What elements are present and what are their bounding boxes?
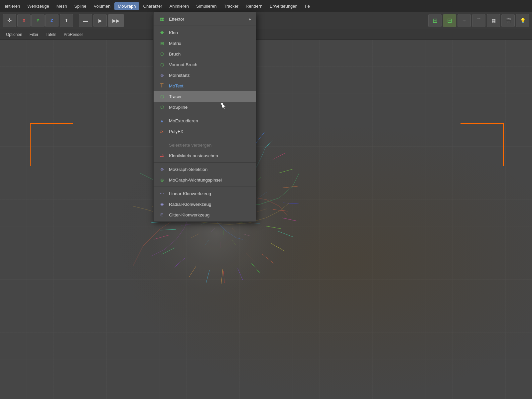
linear-klon-label: Linear-Klonwerkzeug (169, 191, 211, 196)
moextrudieren-label: MoExtrudieren (169, 118, 198, 123)
toolbar-spline[interactable]: ⌒ (472, 14, 485, 27)
selektierte-label: Selektierte verbergen (169, 143, 211, 148)
menu-erweiterungen[interactable]: Erweiterungen (266, 2, 301, 10)
dropdown-mograph-selektion[interactable]: ⊛ MoGraph-Selektion (154, 164, 256, 175)
mograph-dropdown: ▦ Effektor ▶ ❖ Klon ⊞ Matrix ⬡ Bruch ⬡ V… (153, 12, 256, 222)
toolbar-render-region[interactable]: ▬ (79, 14, 92, 27)
polyfx-icon: fx (158, 128, 166, 135)
3d-viewport[interactable] (0, 40, 532, 399)
sec-filter[interactable]: Filter (26, 31, 42, 38)
sep-2 (154, 114, 256, 114)
voronoi-label: Voronoi-Bruch (169, 62, 198, 67)
motext-icon: T (158, 82, 166, 89)
dropdown-matrix[interactable]: ⊞ Matrix (154, 38, 256, 49)
svg-line-6 (263, 140, 273, 150)
toolbar-cloner-icon[interactable]: ⊞ (428, 14, 442, 27)
toolbar-render-active[interactable]: ▶ (93, 14, 107, 27)
svg-line-7 (273, 153, 285, 160)
mospline-label: MoSpline (169, 105, 188, 110)
toolbar-z[interactable]: Z (45, 14, 59, 27)
effektor-label: Effektor (169, 17, 184, 22)
dropdown-bruch[interactable]: ⬡ Bruch (154, 49, 256, 59)
klon-swap-icon: ⇄ (158, 152, 166, 159)
svg-line-29 (256, 132, 264, 143)
mospline-icon: ⬡ (158, 103, 166, 111)
radial-klon-label: Radial-Klonwerkzeug (169, 202, 211, 207)
dropdown-polyfx[interactable]: fx PolyFX (154, 126, 256, 137)
gitter-klon-icon: ⊞ (158, 211, 166, 218)
selektierte-icon (158, 141, 166, 149)
klon-icon: ❖ (158, 29, 166, 36)
axis-corner-right (461, 123, 504, 166)
dropdown-selektierte: Selektierte verbergen (154, 140, 256, 150)
menu-tracker[interactable]: Tracker (221, 2, 242, 10)
dropdown-mospline[interactable]: ⬡ MoSpline (154, 102, 256, 112)
menu-mograph[interactable]: MoGraph (114, 2, 139, 10)
dropdown-linear-klon[interactable]: ⋯ Linear-Klonwerkzeug (154, 188, 256, 199)
menu-werkzeuge[interactable]: Werkzeuge (24, 2, 53, 10)
toolbar-camera[interactable]: 🎬 (501, 14, 515, 27)
toolbar-y[interactable]: Y (31, 14, 45, 27)
dropdown-voronoi[interactable]: ⬡ Voronoi-Bruch (154, 59, 256, 70)
sec-prorender[interactable]: ProRender (60, 31, 86, 38)
dropdown-klon[interactable]: ❖ Klon (154, 27, 256, 38)
tracer-label: Tracer (169, 94, 182, 99)
menu-volumen[interactable]: Volumen (90, 2, 114, 10)
klon-label: Klon (169, 30, 178, 35)
secondary-bar: Optionen Filter Tafeln ProRender (0, 29, 532, 40)
menu-simulieren[interactable]: Simulieren (193, 2, 220, 10)
sec-optionen[interactable]: Optionen (3, 31, 26, 38)
menu-rendern[interactable]: Rendern (242, 2, 266, 10)
toolbar-grid[interactable]: ▦ (487, 14, 500, 27)
effektor-arrow: ▶ (249, 17, 251, 21)
linear-klon-icon: ⋯ (158, 190, 166, 197)
motext-label: MoText (169, 83, 184, 88)
toolbar-transform[interactable]: ⬆ (60, 14, 73, 27)
bruch-icon: ⬡ (158, 50, 166, 58)
bruch-label: Bruch (169, 52, 181, 57)
toolbar-separator-1 (76, 15, 76, 27)
menu-charakter[interactable]: Charakter (140, 2, 166, 10)
dropdown-gitter-klon[interactable]: ⊞ Gitter-Klonwerkzeug (154, 209, 256, 220)
mograph-wichtung-label: MoGraph-Wichtungspinsel (169, 178, 222, 183)
toolbar-cloner-grid[interactable]: ⊟ (443, 14, 456, 27)
matrix-icon: ⊞ (158, 40, 166, 47)
toolbar-light[interactable]: 💡 (516, 14, 529, 27)
menu-mesh[interactable]: Mesh (53, 2, 70, 10)
sec-tafeln[interactable]: Tafeln (42, 31, 60, 38)
radial-klon-icon: ◉ (158, 200, 166, 208)
moinstanz-icon: ⊛ (158, 71, 166, 79)
dropdown-moextrudieren[interactable]: ▲ MoExtrudieren (154, 115, 256, 126)
toolbar-move[interactable]: ✛ (3, 14, 16, 27)
effektor-icon: ▦ (158, 15, 166, 23)
dropdown-moinstanz[interactable]: ⊛ MoInstanz (154, 70, 256, 80)
menu-animieren[interactable]: Animieren (166, 2, 193, 10)
moextrudieren-icon: ▲ (158, 117, 166, 124)
gitter-klon-label: Gitter-Klonwerkzeug (169, 212, 209, 217)
menu-spline[interactable]: Spline (71, 2, 90, 10)
matrix-label: Matrix (169, 41, 181, 46)
toolbar-render-full[interactable]: ▶▶ (108, 14, 124, 27)
sep-1 (154, 26, 256, 26)
sep-4 (154, 162, 256, 163)
dropdown-motext[interactable]: T MoText (154, 80, 256, 91)
dropdown-effektor[interactable]: ▦ Effektor ▶ (154, 14, 256, 24)
dropdown-tracer[interactable]: ⬡ Tracer (154, 91, 256, 102)
toolbar-arrow[interactable]: → (458, 14, 471, 27)
toolbar: ✛ X Y Z ⬆ ▬ ▶ ▶▶ ⊞ ⊟ → ⌒ ▦ 🎬 💡 (0, 12, 532, 29)
moinstanz-label: MoInstanz (169, 73, 190, 78)
menu-fe[interactable]: Fe (302, 2, 313, 10)
dropdown-radial-klon[interactable]: ◉ Radial-Klonwerkzeug (154, 199, 256, 209)
toolbar-x[interactable]: X (17, 14, 31, 27)
sep-3 (154, 138, 256, 138)
dropdown-klon-swap[interactable]: ⇄ Klon/Matrix austauschen (154, 150, 256, 161)
tracer-icon: ⬡ (158, 93, 166, 100)
mograph-wichtung-icon: ⊛ (158, 176, 166, 184)
mograph-selektion-icon: ⊛ (158, 166, 166, 173)
menu-ektieren[interactable]: ektieren (1, 2, 23, 10)
toolbar-separator-2 (127, 15, 127, 27)
polyfx-label: PolyFX (169, 129, 184, 134)
dropdown-mograph-wichtung[interactable]: ⊛ MoGraph-Wichtungspinsel (154, 175, 256, 185)
voronoi-icon: ⬡ (158, 61, 166, 68)
menu-bar: ektieren Werkzeuge Mesh Spline Volumen M… (0, 0, 532, 12)
